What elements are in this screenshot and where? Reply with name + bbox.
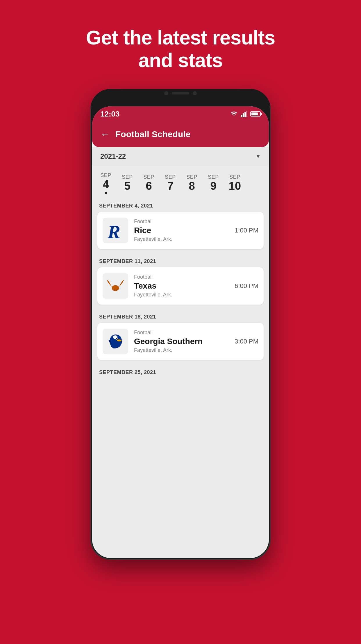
section-date-sep18: SEPTEMBER 18, 2021 (92, 309, 269, 323)
status-bar: 12:03 (92, 106, 269, 121)
svg-point-8 (116, 290, 117, 291)
game-team-rice: Rice (134, 226, 231, 235)
game-sport-gs: Football (134, 330, 231, 336)
dropdown-arrow-icon: ▼ (255, 153, 261, 160)
wifi-icon (230, 111, 238, 117)
title-line2: and stats (138, 49, 223, 71)
title-line1: Get the latest results (86, 26, 275, 49)
screen-title: Football Schedule (115, 129, 190, 139)
game-info-gs: Football Georgia Southern Fayetteville, … (134, 330, 231, 353)
season-selector[interactable]: 2021-22 ▼ (92, 147, 269, 166)
section-date-sep11: SEPTEMBER 11, 2021 (92, 253, 269, 267)
battery-icon (250, 111, 261, 117)
game-info-rice: Football Rice Fayetteville, Ark. (134, 219, 231, 242)
svg-point-6 (113, 288, 118, 291)
back-button[interactable]: ← (100, 130, 110, 139)
cal-day-sep5[interactable]: SEP 5 (117, 172, 138, 195)
calendar-strip: SEP 4 SEP 5 SEP 6 SEP 7 (92, 166, 269, 198)
front-camera (193, 91, 197, 95)
game-info-texas: Football Texas Fayetteville, Ark. (134, 274, 231, 298)
status-time: 12:03 (100, 110, 120, 119)
svg-rect-1 (243, 113, 244, 117)
game-card-gs[interactable]: Football Georgia Southern Fayetteville, … (97, 323, 264, 360)
team-logo-texas (103, 273, 128, 299)
game-time-gs: 3:00 PM (235, 338, 258, 345)
cal-day-sep4[interactable]: SEP 4 (95, 170, 117, 196)
phone-screen: 12:03 (92, 106, 269, 558)
camera-dot (164, 91, 168, 95)
app-header: ← Football Schedule (92, 121, 269, 147)
svg-text:R: R (107, 221, 120, 241)
game-sport-texas: Football (134, 274, 231, 280)
cal-day-sep8[interactable]: SEP 8 (181, 172, 203, 195)
team-logo-gs (103, 329, 128, 354)
cal-day-sep9[interactable]: SEP 9 (203, 172, 224, 195)
svg-rect-2 (244, 112, 246, 117)
page-title: Get the latest results and stats (63, 26, 299, 71)
game-location-gs: Fayetteville, Ark. (134, 347, 231, 353)
cal-day-sep6[interactable]: SEP 6 (138, 172, 160, 195)
section-date-sep25: SEPTEMBER 25, 2021 (92, 364, 269, 378)
game-card-rice[interactable]: R Football Rice Fayetteville, Ark. 1:00 … (97, 212, 264, 249)
speaker-bar (172, 92, 189, 94)
phone-shell: 12:03 (90, 89, 271, 560)
game-time-rice: 1:00 PM (235, 227, 258, 234)
notch (160, 89, 201, 98)
team-logo-rice: R (103, 218, 128, 243)
cal-day-sep7[interactable]: SEP 7 (160, 172, 181, 195)
season-label: 2021-22 (100, 152, 126, 160)
svg-rect-0 (241, 115, 242, 117)
game-location-rice: Fayetteville, Ark. (134, 236, 231, 242)
status-icons (230, 111, 261, 117)
cal-dot-sep4 (105, 192, 107, 194)
game-time-texas: 6:00 PM (235, 282, 258, 290)
game-card-texas[interactable]: Football Texas Fayetteville, Ark. 6:00 P… (97, 267, 264, 305)
phone-device: 12:03 (90, 89, 271, 583)
phone-top-bar (90, 89, 271, 106)
svg-rect-3 (246, 111, 247, 117)
screen-content: 2021-22 ▼ SEP 4 SEP 5 SEP (92, 147, 269, 558)
game-location-texas: Fayetteville, Ark. (134, 292, 231, 298)
game-team-gs: Georgia Southern (134, 337, 231, 346)
cal-day-sep10[interactable]: SEP 10 (224, 172, 246, 195)
signal-icon (241, 111, 247, 117)
section-date-sep4: SEPTEMBER 4, 2021 (92, 198, 269, 212)
game-sport-rice: Football (134, 219, 231, 225)
svg-point-7 (114, 290, 115, 291)
game-team-texas: Texas (134, 281, 231, 291)
schedule-list: SEPTEMBER 4, 2021 R Football Rice Fayett… (92, 198, 269, 558)
